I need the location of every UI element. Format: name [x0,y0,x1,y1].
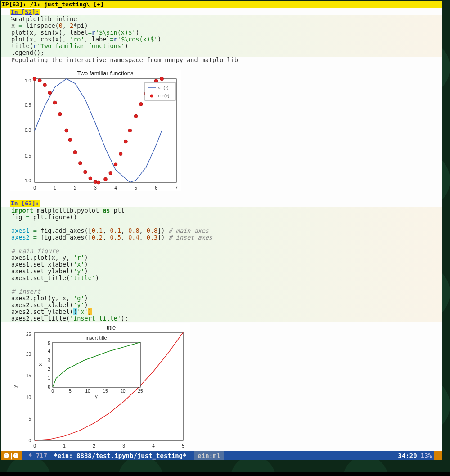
svg-point-17 [48,91,52,95]
svg-text:2: 2 [48,367,50,372]
cell2-prompt: In [63]: [10,200,40,207]
modeline-buffer-name: *ein: 8888/test.ipynb/just_testing* [54,451,186,460]
svg-text:y: y [12,385,18,388]
svg-text:4: 4 [114,186,117,190]
svg-point-15 [38,79,41,82]
svg-point-24 [84,170,87,174]
svg-text:25: 25 [26,332,32,337]
modeline-position: 34:20 [396,451,419,460]
svg-text:4: 4 [152,444,155,449]
chart-two-functions: 0 1 2 3 4 5 6 7 −1.0 −0.5 0.0 0.5 1.0 [10,70,181,191]
svg-text:−1.0: −1.0 [22,178,31,183]
svg-text:3: 3 [122,444,125,449]
svg-rect-62 [53,342,140,387]
svg-text:10: 10 [85,389,90,394]
modeline-indicator: ❷|❶ [1,451,22,460]
svg-text:0: 0 [51,389,54,394]
svg-text:15: 15 [103,389,108,394]
svg-text:5: 5 [28,417,31,422]
cell1-prompt: In [52]: [10,9,40,15]
svg-text:cos(𝑥): cos(𝑥) [158,93,169,99]
svg-text:−0.5: −0.5 [22,154,31,159]
svg-point-34 [134,114,138,118]
cell1-code[interactable]: %matplotlib inline x = linspace(0, 2*pi)… [1,15,442,57]
editor-panel: IP[63]: /1: just_testing\ [+] In [52]: %… [1,1,442,460]
svg-point-43 [150,95,153,98]
svg-point-31 [119,152,122,156]
svg-text:insert title: insert title [86,335,107,340]
cell1-output: Populating the interactive namespace fro… [1,57,442,63]
svg-point-20 [65,129,68,132]
chart-title-inset: title 0 1 2 3 4 5 0 5 10 15 20 25 [10,323,190,454]
svg-text:1: 1 [63,444,66,449]
svg-text:x: x [37,363,43,366]
svg-text:25: 25 [138,389,143,394]
svg-point-39 [160,77,164,81]
svg-text:0: 0 [33,444,36,449]
header-bar: IP[63]: /1: just_testing\ [+] [1,1,442,8]
svg-point-18 [53,101,57,104]
svg-text:1: 1 [54,186,56,190]
svg-text:sin(𝑥): sin(𝑥) [158,85,168,91]
svg-point-14 [33,77,36,81]
svg-text:0: 0 [48,385,50,390]
svg-point-19 [58,112,62,116]
svg-point-21 [68,138,72,142]
minibuffer[interactable] [0,472,450,476]
svg-text:20: 20 [120,389,126,394]
svg-point-35 [139,102,143,106]
cell2-code[interactable]: import matplotlib.pyplot as plt fig = pl… [1,207,442,322]
svg-text:2: 2 [74,186,76,190]
svg-text:15: 15 [26,373,32,378]
svg-text:20: 20 [26,352,32,357]
modeline-mode: ein:ml [194,451,224,460]
svg-point-27 [96,181,100,184]
svg-point-38 [154,79,158,83]
svg-point-33 [128,129,132,132]
modeline-percent: 13% [419,451,434,460]
svg-text:1: 1 [48,376,50,381]
svg-text:0: 0 [33,186,36,190]
svg-text:3: 3 [48,358,50,363]
svg-text:Two familiar functions: Two familiar functions [77,70,134,77]
svg-text:5: 5 [135,186,137,190]
svg-text:0.5: 0.5 [25,103,31,108]
svg-point-29 [109,171,112,175]
svg-text:10: 10 [26,395,32,400]
svg-point-23 [78,161,82,165]
svg-text:title: title [107,324,116,331]
svg-text:2: 2 [93,444,95,449]
svg-text:0: 0 [28,438,31,443]
svg-text:7: 7 [175,186,178,190]
svg-point-30 [114,163,117,166]
svg-text:y: y [95,394,98,399]
svg-text:3: 3 [94,186,97,190]
svg-text:5: 5 [48,341,50,346]
svg-text:5: 5 [182,444,184,449]
svg-point-28 [104,177,108,181]
svg-point-22 [73,150,77,154]
svg-text:5: 5 [69,389,72,394]
svg-point-32 [124,140,128,143]
svg-text:4: 4 [48,349,50,354]
svg-point-16 [43,83,47,87]
svg-text:1.0: 1.0 [25,78,31,83]
svg-text:6: 6 [155,186,158,190]
svg-point-25 [89,177,92,180]
modeline: ❷|❶ * 717 *ein: 8888/test.ipynb/just_tes… [1,451,442,460]
svg-text:0.0: 0.0 [25,128,31,133]
